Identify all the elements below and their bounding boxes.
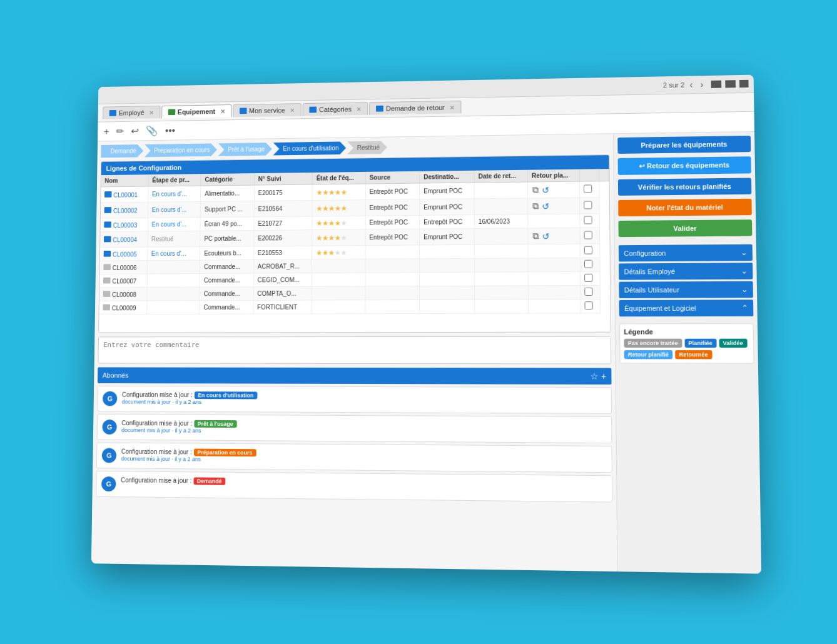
- cell-etape: [147, 287, 200, 301]
- valider-button[interactable]: Valider: [618, 219, 752, 237]
- cell-categorie: Alimentatio...: [201, 185, 255, 201]
- accordion-configuration[interactable]: Configuration ⌄: [619, 244, 753, 262]
- cell-actions: [528, 258, 581, 272]
- cell-nom: CL00007: [99, 274, 147, 288]
- prev-page-button[interactable]: ‹: [687, 78, 695, 91]
- cell-categorie: Ecouteurs b...: [200, 246, 254, 260]
- subscribers-star-button[interactable]: ☆: [590, 371, 598, 381]
- more-button[interactable]: •••: [164, 124, 176, 138]
- tab-mon-service-close[interactable]: ✕: [290, 107, 295, 114]
- categories-tab-icon: [309, 107, 317, 113]
- tab-employe[interactable]: Employé ✕: [103, 106, 160, 119]
- cell-categorie: PC portable...: [200, 230, 254, 246]
- retour-button[interactable]: ↩ Retour des équipements: [618, 156, 751, 175]
- subscribers-add-button[interactable]: +: [601, 371, 607, 381]
- row-checkbox[interactable]: [584, 246, 592, 254]
- edit-button[interactable]: ✏: [115, 124, 125, 138]
- cell-actions: [528, 244, 581, 258]
- row-checkbox[interactable]: [584, 216, 592, 224]
- next-page-button[interactable]: ›: [698, 78, 706, 91]
- row-checkbox[interactable]: [585, 274, 593, 282]
- step-preparation[interactable]: Préparation en cours: [145, 143, 217, 157]
- copy-button[interactable]: ⧉: [532, 184, 539, 196]
- cell-categorie: Commande...: [200, 260, 254, 274]
- tab-demande-retour[interactable]: Demande de retour ✕: [369, 101, 461, 115]
- cell-actions: [528, 299, 581, 313]
- row-link[interactable]: CL00004: [113, 236, 137, 243]
- comment-input[interactable]: [98, 337, 611, 361]
- accordion-details-employe[interactable]: Détails Employé ⌄: [619, 263, 753, 279]
- cell-categorie: Écran 49 po...: [200, 217, 254, 231]
- accordion-details-utilisateur[interactable]: Détails Utilisateur ⌄: [619, 281, 753, 298]
- log-content: Configuration mise à jour : En cours d'u…: [122, 391, 257, 406]
- cell-nom: CL00005: [100, 247, 148, 261]
- cell-destination: [420, 286, 475, 299]
- cell-source: [365, 300, 420, 314]
- step-restitue[interactable]: Restitué: [347, 141, 387, 154]
- tab-categories[interactable]: Catégories ✕: [303, 102, 368, 116]
- row-checkbox[interactable]: [584, 184, 592, 193]
- cell-nom: CL00006: [100, 261, 148, 274]
- row-checkbox[interactable]: [584, 260, 592, 268]
- cell-suivi: E210564: [254, 201, 312, 217]
- cell-actions: [528, 271, 581, 286]
- undo-button[interactable]: ↩: [130, 124, 140, 138]
- add-button[interactable]: +: [103, 125, 111, 138]
- tab-mon-service-label: Mon service: [249, 106, 285, 114]
- noter-button[interactable]: Noter l'état du matériel: [618, 199, 752, 216]
- tab-equipement-close[interactable]: ✕: [220, 108, 225, 115]
- accordion-equipement-logiciel[interactable]: Équipement et Logiciel ⌃: [619, 299, 754, 316]
- row-checkbox[interactable]: [584, 201, 592, 209]
- row-checkbox[interactable]: [585, 288, 593, 296]
- step-pret-label: Prêt à l'usage: [228, 146, 265, 153]
- cell-etape: En cours d'...: [148, 186, 201, 202]
- row-link[interactable]: CL00005: [113, 251, 137, 258]
- row-link[interactable]: CL00003: [113, 221, 138, 228]
- row-link[interactable]: CL00001: [113, 191, 138, 198]
- copy-button[interactable]: ⧉: [532, 230, 539, 242]
- refresh-button[interactable]: ↺: [541, 201, 550, 212]
- tab-employe-label: Employé: [119, 109, 145, 116]
- pagination-text: 2 sur 2: [663, 81, 685, 89]
- row-checkbox[interactable]: [584, 231, 592, 239]
- copy-button[interactable]: ⧉: [532, 200, 539, 212]
- cell-date-retour: 16/06/2023: [474, 214, 528, 229]
- cell-date-retour: [475, 299, 529, 313]
- tab-equipement[interactable]: Equipement ✕: [161, 104, 231, 118]
- cell-stars: ★★★★★: [312, 200, 365, 216]
- accordions: Configuration ⌄ Détails Employé ⌄ Détail…: [619, 244, 754, 319]
- list-view-icon[interactable]: [711, 81, 722, 88]
- table-row: CL00009 Commande... FORTICLIENT: [99, 299, 610, 314]
- grid-view-icon[interactable]: [725, 80, 736, 88]
- verifier-button[interactable]: Vérifier les retours planifiés: [618, 178, 751, 195]
- status-badge: En cours d'utilisation: [194, 391, 257, 399]
- tab-categories-label: Catégories: [319, 106, 352, 114]
- cell-stars: ★★★★★: [312, 216, 365, 229]
- step-pret[interactable]: Prêt à l'usage: [218, 143, 272, 156]
- refresh-button[interactable]: ↺: [542, 230, 550, 241]
- status-badge: Prêt à l'usage: [194, 420, 237, 428]
- step-en-cours[interactable]: En cours d'utilisation: [273, 141, 347, 155]
- step-demande[interactable]: Demandé: [101, 144, 143, 158]
- cell-source: [365, 286, 420, 300]
- cell-categorie: Commande...: [200, 287, 253, 301]
- refresh-button[interactable]: ↺: [541, 184, 550, 196]
- tab-employe-close[interactable]: ✕: [149, 109, 154, 116]
- pagination: 2 sur 2 ‹ ›: [663, 78, 706, 91]
- col-suivi: N° Suivi: [254, 173, 312, 185]
- right-sidebar: Préparer les équipements ↩ Retour des éq…: [613, 132, 761, 574]
- accordion-details-employe-label: Détails Employé: [624, 268, 675, 276]
- cell-destination: [420, 258, 475, 272]
- cell-nom: CL00008: [99, 288, 147, 301]
- tab-demande-retour-close[interactable]: ✕: [450, 104, 455, 111]
- fullscreen-icon[interactable]: [739, 80, 749, 88]
- tab-categories-close[interactable]: ✕: [357, 106, 362, 113]
- row-link[interactable]: CL00002: [113, 207, 138, 214]
- row-checkbox[interactable]: [585, 301, 593, 309]
- attach-button[interactable]: 📎: [145, 124, 159, 138]
- prepare-button[interactable]: Préparer les équipements: [617, 136, 751, 154]
- tab-mon-service[interactable]: Mon service ✕: [233, 103, 302, 117]
- cell-suivi: ACROBAT_R...: [253, 259, 312, 273]
- log-content: Configuration mise à jour : Préparation …: [121, 448, 256, 463]
- cell-etape: En cours d'...: [148, 201, 200, 218]
